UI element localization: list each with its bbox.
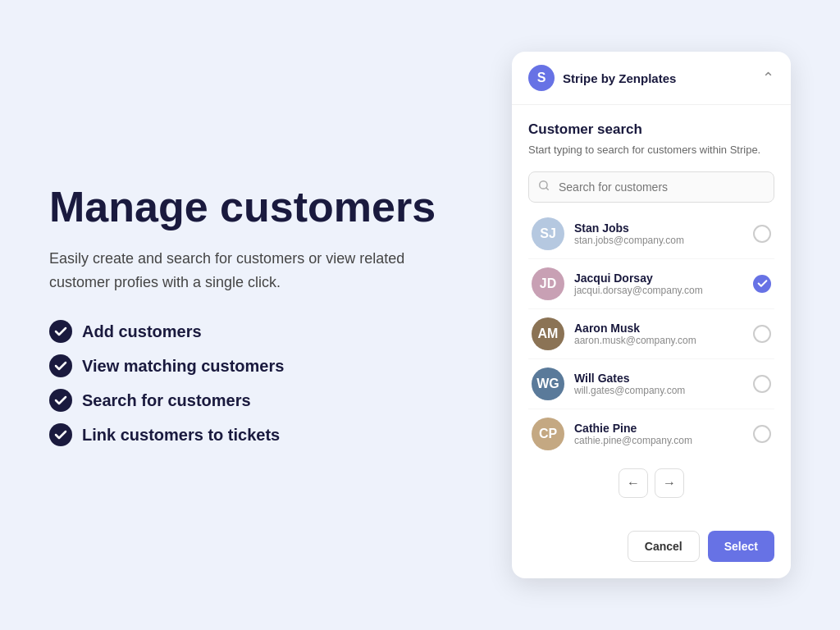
avatar: CP	[532, 418, 564, 450]
customer-info: Will Gateswill.gates@company.com	[574, 372, 753, 396]
check-icon	[49, 423, 72, 446]
customer-name: Jacqui Dorsay	[574, 272, 753, 285]
feature-item: View matching customers	[49, 354, 463, 377]
prev-page-button[interactable]: ←	[619, 468, 648, 498]
subtitle: Easily create and search for customers o…	[49, 247, 463, 294]
radio-unselected-icon	[753, 375, 771, 393]
avatar: SJ	[532, 217, 564, 250]
customer-name: Stan Jobs	[574, 221, 753, 235]
right-panel: S Stripe by Zenplates ⌃ Customer search …	[512, 52, 791, 578]
main-container: Manage customers Easily create and searc…	[0, 0, 840, 630]
customer-email: stan.jobs@company.com	[574, 235, 753, 246]
customer-email: aaron.musk@company.com	[574, 335, 753, 346]
feature-label: Search for customers	[82, 391, 251, 410]
panel-footer: Cancel Select	[512, 521, 791, 578]
left-panel: Manage customers Easily create and searc…	[49, 184, 479, 447]
check-icon	[49, 389, 72, 412]
stripe-logo: S	[528, 65, 555, 91]
feature-list: Add customers View matching customers Se…	[49, 320, 463, 446]
customer-item[interactable]: AMAaron Muskaaron.musk@company.com	[528, 309, 774, 359]
select-button[interactable]: Select	[708, 531, 774, 562]
radio-unselected-icon	[753, 325, 771, 343]
search-section-title: Customer search	[528, 121, 774, 138]
customer-item[interactable]: WGWill Gateswill.gates@company.com	[528, 359, 774, 409]
avatar: AM	[532, 317, 564, 350]
panel-app-name: Stripe by Zenplates	[563, 71, 676, 85]
chevron-up-icon[interactable]: ⌃	[762, 69, 774, 87]
customer-name: Aaron Musk	[574, 322, 753, 335]
customer-email: cathie.pine@company.com	[574, 435, 753, 446]
feature-label: Link customers to tickets	[82, 426, 280, 445]
customer-info: Aaron Muskaaron.musk@company.com	[574, 322, 753, 346]
radio-unselected-icon	[753, 225, 771, 243]
customer-name: Will Gates	[574, 372, 753, 385]
feature-item: Link customers to tickets	[49, 423, 463, 446]
search-icon	[538, 180, 550, 194]
radio-selected-icon	[753, 275, 771, 293]
radio-unselected-icon	[753, 425, 771, 443]
customer-info: Cathie Pinecathie.pine@company.com	[574, 422, 753, 446]
feature-label: View matching customers	[82, 357, 284, 376]
panel-header-left: S Stripe by Zenplates	[528, 65, 676, 91]
panel-body: Customer search Start typing to search f…	[512, 105, 791, 520]
logo-letter: S	[537, 71, 546, 85]
customer-list: SJStan Jobsstan.jobs@company.comJDJacqui…	[528, 209, 774, 459]
search-section-desc: Start typing to search for customers wit…	[528, 143, 774, 158]
customer-email: will.gates@company.com	[574, 385, 753, 396]
avatar: JD	[532, 267, 564, 300]
customer-name: Cathie Pine	[574, 422, 753, 435]
feature-item: Search for customers	[49, 389, 463, 412]
avatar: WG	[532, 368, 564, 400]
panel-header: S Stripe by Zenplates ⌃	[512, 52, 791, 105]
next-page-button[interactable]: →	[655, 468, 684, 498]
customer-email: jacqui.dorsay@company.com	[574, 285, 753, 296]
search-input-wrapper	[528, 171, 774, 203]
customer-item[interactable]: JDJacqui Dorsayjacqui.dorsay@company.com	[528, 259, 774, 309]
customer-item[interactable]: SJStan Jobsstan.jobs@company.com	[528, 209, 774, 259]
customer-item[interactable]: CPCathie Pinecathie.pine@company.com	[528, 409, 774, 459]
main-title: Manage customers	[49, 184, 463, 231]
feature-item: Add customers	[49, 320, 463, 343]
pagination: ← →	[528, 459, 774, 504]
customer-info: Stan Jobsstan.jobs@company.com	[574, 221, 753, 246]
cancel-button[interactable]: Cancel	[628, 531, 700, 562]
check-icon	[49, 354, 72, 377]
search-input[interactable]	[528, 171, 774, 203]
feature-label: Add customers	[82, 322, 202, 341]
check-icon	[49, 320, 72, 343]
customer-info: Jacqui Dorsayjacqui.dorsay@company.com	[574, 272, 753, 296]
svg-line-1	[546, 187, 549, 189]
